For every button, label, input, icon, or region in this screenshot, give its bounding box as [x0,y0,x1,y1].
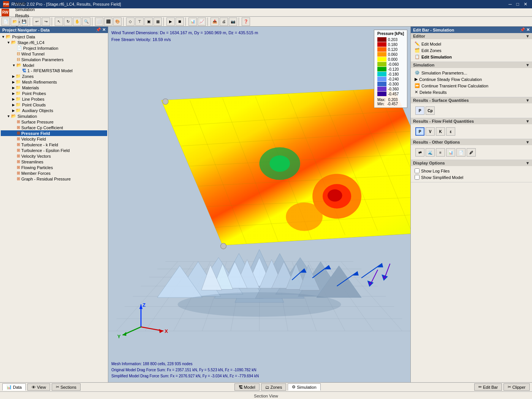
rp-btn-results-flow-0[interactable]: P [415,127,424,136]
tree-toggle-point-probes[interactable]: ▶ [12,92,15,95]
tb-redo[interactable]: ↪ [42,17,50,26]
tree-node-flowing-particles[interactable]: ⊞Flowing Particles [1,165,107,170]
tree-node-aux-objects[interactable]: ▶📁Auxiliary Objects [1,108,107,113]
rp-pin-icon[interactable]: 📌 [520,27,525,32]
rp-item-simulation_parameters...[interactable]: ⚙️Simulation Parameters... [413,70,530,76]
tree-node-sim-params[interactable]: ⊟Simulation Parameters [1,57,107,62]
right-panel-controls[interactable]: 📌 ✕ [520,27,530,32]
tb-export[interactable]: 📤 [211,17,219,26]
tb-wireframe[interactable]: ⬜ [95,17,103,26]
tb-rotate[interactable]: ↻ [64,17,72,26]
maximize-button[interactable]: □ [515,2,521,7]
tree-node-simulation[interactable]: ▼📂Simulation [1,113,107,119]
panel-controls[interactable]: 📌 ✕ [96,27,106,32]
tree-node-rfem-model[interactable]: 🏗1 - RFEM/RSTAB Model [1,68,107,73]
bottom-tab-sections[interactable]: ✂Sections [52,383,81,391]
tree-toggle-line-probes[interactable]: ▶ [12,97,15,101]
rp-section-toggle-results-other[interactable]: ▼ [526,140,530,144]
tb-solid[interactable]: ⬛ [104,17,112,26]
close-button[interactable]: ✕ [522,2,529,7]
tree-toggle-materials[interactable]: ▶ [12,86,15,90]
rp-btn-results-flow-1[interactable]: V [426,127,435,136]
tree-node-mesh-refinements[interactable]: ▶📁Mesh Refinements [1,79,107,85]
tb-select[interactable]: ↖ [55,17,63,26]
tree-node-project-info[interactable]: 📄Project Information [1,45,107,51]
bottom-tab-center-simulation[interactable]: ⚙Simulation [288,383,320,391]
bottom-tab-right-clipper[interactable]: ✂Clipper [504,383,530,391]
tb-open[interactable]: 📂 [11,17,19,26]
title-controls[interactable]: ─ □ ✕ [507,2,529,7]
tree-node-pressure-field[interactable]: ⊞Pressure Field [1,130,107,136]
rp-btn-results-other-3[interactable]: 📊 [446,148,455,157]
tree-node-velocity-vectors[interactable]: ⊞Velocity Vectors [1,153,107,159]
rp-btn-results-surface-0[interactable]: P [415,106,424,115]
tree-toggle-model[interactable]: ▼ [12,63,16,67]
tree-node-wind-tunnel[interactable]: ⊟Wind Tunnel [1,51,107,57]
tb-calc[interactable]: ▶ [166,17,175,26]
tb-screenshot[interactable]: 📷 [229,17,237,26]
tb-new[interactable]: 📄 [2,17,10,26]
tree-node-member-forces[interactable]: ⊞Member Forces [1,170,107,176]
tb-front[interactable]: ▣ [144,17,153,26]
pin-icon[interactable]: 📌 [96,27,101,32]
tb-stop[interactable]: ⏹ [176,17,184,26]
tree-toggle-point-clouds[interactable]: ▶ [12,103,15,107]
tb-save[interactable]: 💾 [20,17,28,26]
rp-btn-results-other-0[interactable]: ⇄ [415,148,424,157]
bottom-tab-center-zones[interactable]: 🗂Zones [261,383,287,391]
tree-toggle-mesh-refinements[interactable]: ▶ [12,80,15,84]
minimize-button[interactable]: ─ [507,2,513,7]
tb-zoom[interactable]: 🔍 [82,17,90,26]
rp-btn-results-surface-1[interactable]: Cp [426,106,435,115]
bottom-tab-right-edit-bar[interactable]: ✏Edit Bar [474,383,502,391]
tb-pan[interactable]: ✋ [73,17,81,26]
rp-checkbox-show_simplified_model[interactable]: Show Simplified Model [413,174,530,180]
bottom-tab-view[interactable]: 👁View [27,383,50,391]
rp-btn-results-flow-2[interactable]: K [436,127,445,136]
tree-node-point-clouds[interactable]: ▶📁Point Clouds [1,102,107,108]
close-panel-icon[interactable]: ✕ [102,27,106,32]
rp-section-toggle-editor[interactable]: ▼ [526,34,530,38]
tree-toggle-aux-objects[interactable]: ▶ [12,109,15,112]
tree-node-velocity-field[interactable]: ⊞Velocity Field [1,136,107,142]
tb-undo[interactable]: ↩ [33,17,41,26]
tb-render[interactable]: 🎨 [113,17,122,26]
tree-node-surface-cp[interactable]: ⊞Surface Cp Coefficient [1,125,107,130]
tree-node-stage[interactable]: ▼📂Stage.rf6_LC4 [1,40,107,45]
menu-item-simulation[interactable]: Simulation [12,6,38,13]
tree-node-project-data[interactable]: ▼📂Project Data [1,34,107,40]
rp-item-edit_simulation[interactable]: 📋Edit Simulation [413,54,530,60]
tree-node-turbulence-k[interactable]: ⊞Turbulence - k Field [1,142,107,147]
tree-toggle-simulation[interactable]: ▼ [7,114,10,118]
tree-node-model[interactable]: ▼📂Model [1,62,107,68]
rp-btn-results-other-4[interactable]: 📄 [456,148,466,157]
rp-btn-results-other-5[interactable]: 🖊 [467,148,476,157]
rp-section-toggle-display-options[interactable]: ▼ [526,161,530,165]
tree-node-streamlines[interactable]: ⊞Streamlines [1,159,107,165]
tb-results[interactable]: 📊 [188,17,197,26]
tb-graph[interactable]: 📈 [198,17,206,26]
tb-iso[interactable]: ◇ [126,17,135,26]
tree-node-graph-residual[interactable]: ⊞Graph - Residual Pressure [1,176,107,182]
rp-item-edit_zones[interactable]: 🗂️Edit Zones [413,47,530,54]
viewport[interactable]: Wind Tunnel Dimensions: Dx = 1634.167 m,… [108,27,410,382]
tree-toggle-stage[interactable]: ▼ [7,41,10,44]
tree-node-turbulence-eps[interactable]: ⊞Turbulence - Epsilon Field [1,147,107,153]
tb-side[interactable]: ▦ [154,17,162,26]
bottom-tab-center-model[interactable]: 🏗Model [234,383,260,391]
rp-btn-results-flow-3[interactable]: ε [446,127,455,136]
bottom-tab-data[interactable]: 📊Data [2,383,26,391]
tree-toggle-project-data[interactable]: ▼ [2,35,5,39]
tb-top[interactable]: ⊤ [135,17,144,26]
checkbox-input[interactable] [415,175,420,180]
rp-section-toggle-results-flow[interactable]: ▼ [526,119,530,124]
tree-node-zones[interactable]: ▶📁Zones [1,73,107,79]
checkbox-input[interactable] [415,168,420,173]
tree-node-materials[interactable]: ▶📁Materials [1,85,107,90]
rp-btn-results-other-1[interactable]: 🌊 [426,148,435,157]
rp-item-continue_transient_flow_calculation[interactable]: ⏩Continue Transient Flow Calculation [413,82,530,89]
rp-item-delete_results[interactable]: ✕Delete Results [413,89,530,95]
tb-help[interactable]: ❓ [242,17,250,26]
rp-item-edit_model[interactable]: ✏️Edit Model [413,41,530,47]
rp-section-toggle-results-surface[interactable]: ▼ [526,98,530,103]
